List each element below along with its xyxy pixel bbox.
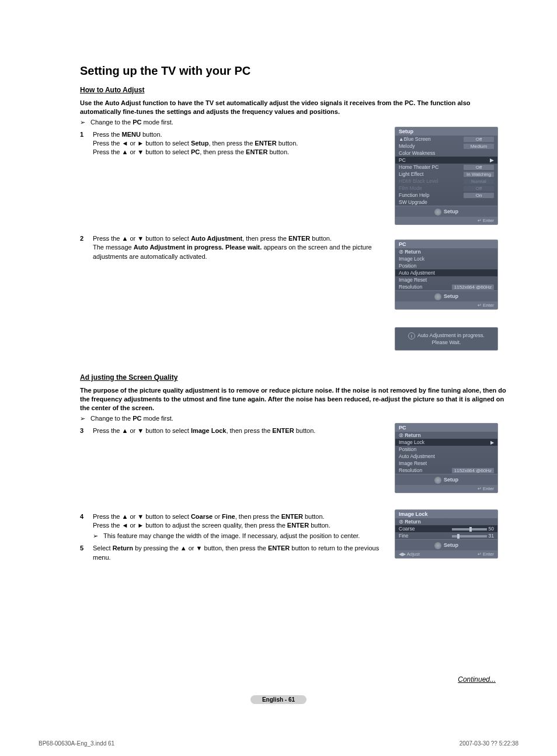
osd-return-row: Return: [395, 518, 497, 525]
step-number: 5: [80, 544, 93, 562]
osd-row-selected: Auto Adjustment: [395, 269, 497, 276]
step-number: 2: [80, 234, 93, 261]
step-body: Press the MENU button. Press the ◄ or ► …: [93, 130, 394, 157]
section-heading-quality: Ad justing the Screen Quality: [80, 373, 506, 382]
osd-row: Light EffectIn Watching: [395, 171, 497, 178]
osd-row-selected: Image Lock: [395, 439, 497, 446]
osd-footer: Setup: [395, 539, 497, 550]
osd-pc-menu-1: PC Return Image Lock Position Auto Adjus…: [395, 240, 498, 310]
section-heading-autoadjust: How to Auto Adjust: [80, 86, 506, 94]
step-number: 4: [80, 512, 93, 540]
osd-row: Position: [395, 262, 497, 269]
step-body: Press the ▲ or ▼ button to select Image …: [93, 426, 394, 435]
osd-title: Setup: [395, 127, 497, 136]
osd-return-row: Return: [395, 432, 497, 439]
info-text: Auto Adjustment in progress. Please Wait…: [417, 332, 485, 345]
osd-enter-hint: ↵ Enter: [395, 485, 497, 493]
step-4-subnote: This feature may change the width of the…: [93, 532, 394, 540]
osd-row: Image Lock: [395, 255, 497, 262]
footer-meta: BP68-00630A-Eng_3.indd 61 2007-03-30 ?? …: [39, 740, 518, 747]
step-body: Select Return by pressing the ▲ or ▼ but…: [93, 544, 394, 562]
osd-row: Image Reset: [395, 276, 497, 283]
osd-row: Position: [395, 446, 497, 453]
osd-image-lock: Image Lock Return Coarse 50 Fine 31 Setu…: [395, 509, 498, 559]
osd-row: Function HelpOn: [395, 192, 497, 199]
osd-row: Home Theater PCOff: [395, 164, 497, 171]
step-body: Press the ▲ or ▼ button to select Auto A…: [93, 234, 394, 261]
footer-filename: BP68-00630A-Eng_3.indd 61: [39, 740, 114, 747]
osd-title: PC: [395, 240, 497, 248]
osd-enter-hint: ↵ Enter: [395, 301, 497, 309]
info-icon: i: [408, 332, 415, 339]
osd-row: Image Reset: [395, 460, 497, 467]
osd-row: Auto Adjustment: [395, 453, 497, 460]
intro-autoadjust: Use the Auto Adjust function to have the…: [80, 99, 506, 116]
osd-row-fine: Fine 31: [395, 532, 497, 539]
osd-pc-menu-2: PC Return Image Lock Position Auto Adjus…: [395, 423, 498, 493]
footer-timestamp: 2007-03-30 ?? 5:22:38: [459, 740, 518, 747]
osd-row: ▲Blue ScreenOff: [395, 136, 497, 143]
osd-info-autoadjust: iAuto Adjustment in progress. Please Wai…: [395, 327, 498, 351]
continued-label: Continued...: [458, 675, 496, 684]
gear-icon: [434, 477, 441, 484]
step-body: Press the ▲ or ▼ button to select Coarse…: [93, 512, 394, 540]
note-pcmode-1: Change to the PC mode first.: [80, 119, 506, 126]
osd-row: Resolution1152x864 @60Hz: [395, 467, 497, 474]
gear-icon: [434, 209, 441, 216]
page-number-badge: English - 61: [250, 695, 307, 704]
page-title: Setting up the TV with your PC: [80, 64, 506, 78]
osd-row: MelodyMedium: [395, 143, 497, 150]
osd-row: Color Weakness: [395, 150, 497, 157]
osd-row-selected: PC▶: [395, 157, 497, 164]
osd-row-dim: HDMI Black LevelNormal: [395, 178, 497, 185]
osd-title: PC: [395, 424, 497, 432]
osd-title: Image Lock: [395, 510, 497, 518]
osd-enter-hint: ↵ Enter: [395, 217, 497, 224]
osd-row-coarse: Coarse 50: [395, 525, 497, 532]
osd-footer: Setup: [395, 290, 497, 301]
intro-quality: The purpose of the picture quality adjus…: [80, 386, 506, 412]
slider-coarse: [452, 528, 487, 530]
slider-fine: [452, 535, 487, 537]
osd-footer: Setup: [395, 206, 497, 217]
osd-setup-menu: Setup ▲Blue ScreenOff MelodyMedium Color…: [395, 127, 498, 225]
step-number: 3: [80, 426, 93, 435]
step-number: 1: [80, 130, 93, 157]
osd-return-row: Return: [395, 248, 497, 255]
osd-row: SW Upgrade: [395, 199, 497, 206]
osd-adjust-hint: ◀▶ Adjust ↵ Enter: [395, 550, 497, 558]
osd-footer: Setup: [395, 474, 497, 485]
gear-icon: [434, 293, 441, 300]
gear-icon: [434, 542, 441, 549]
note-pcmode-2: Change to the PC mode first.: [80, 415, 506, 422]
osd-row: Resolution1152x864 @60Hz: [395, 283, 497, 290]
osd-row-dim: Film ModeOff: [395, 185, 497, 192]
